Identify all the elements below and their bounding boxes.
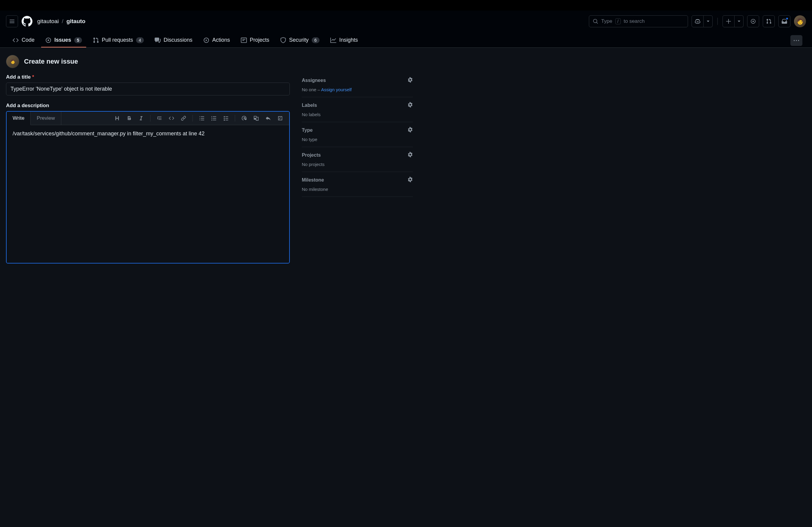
tab-actions[interactable]: Actions	[199, 33, 234, 47]
labels-none: No labels	[302, 112, 413, 117]
breadcrumb-separator: /	[62, 18, 63, 25]
type-gear-icon[interactable]	[407, 127, 413, 133]
reply-button[interactable]	[263, 113, 274, 124]
milestone-none: No milestone	[302, 187, 413, 192]
tab-insights-label: Insights	[339, 37, 358, 43]
labels-title: Labels	[302, 103, 317, 108]
chevron-down-icon	[706, 19, 711, 24]
bold-button[interactable]	[124, 113, 134, 124]
page-title: Create new issue	[24, 58, 78, 65]
tab-issues-label: Issues	[54, 37, 71, 43]
search-suffix: to search	[624, 18, 645, 24]
milestone-gear-icon[interactable]	[407, 177, 413, 183]
tab-issues[interactable]: Issues 5	[41, 33, 86, 47]
graph-icon	[330, 37, 336, 43]
assignees-title: Assignees	[302, 78, 326, 83]
kebab-icon	[794, 38, 799, 43]
tab-actions-label: Actions	[212, 37, 230, 43]
code-icon	[13, 37, 19, 43]
search-icon	[593, 19, 598, 24]
tab-security[interactable]: Security 6	[276, 33, 324, 47]
write-tab[interactable]: Write	[6, 112, 31, 125]
ordered-list-button[interactable]	[208, 113, 219, 124]
tab-discussions-label: Discussions	[164, 37, 192, 43]
create-new-button[interactable]	[723, 15, 735, 27]
tab-issues-count: 5	[74, 37, 82, 43]
github-logo-icon[interactable]	[21, 16, 32, 27]
projects-section: Projects No projects	[302, 147, 413, 172]
pull-requests-button[interactable]	[763, 15, 775, 27]
tab-projects[interactable]: Projects	[237, 33, 274, 47]
notifications-button[interactable]	[778, 15, 791, 27]
repo-link[interactable]: gitauto	[67, 18, 85, 25]
breadcrumb: gitautoai / gitauto	[37, 18, 85, 25]
tab-security-label: Security	[289, 37, 309, 43]
tab-insights[interactable]: Insights	[326, 33, 362, 47]
unordered-list-button[interactable]	[197, 113, 207, 124]
reference-button[interactable]	[251, 113, 262, 124]
issue-title-input[interactable]	[6, 82, 290, 95]
search-prefix: Type	[601, 18, 612, 24]
chevron-down-icon	[736, 19, 742, 24]
create-new-dropdown[interactable]	[735, 15, 743, 27]
title-label: Add a title *	[6, 74, 290, 80]
assign-yourself-link[interactable]: Assign yourself	[321, 87, 352, 92]
description-editor: Write Preview	[6, 111, 290, 264]
quote-button[interactable]	[154, 113, 165, 124]
tab-discussions[interactable]: Discussions	[150, 33, 197, 47]
projects-none: No projects	[302, 162, 413, 167]
issue-icon	[751, 19, 756, 24]
italic-button[interactable]	[136, 113, 147, 124]
tab-pull-requests[interactable]: Pull requests 4	[89, 33, 148, 47]
tab-projects-label: Projects	[250, 37, 270, 43]
task-list-button[interactable]	[220, 113, 231, 124]
link-button[interactable]	[178, 113, 189, 124]
discussion-icon	[155, 37, 161, 43]
tab-security-count: 6	[312, 37, 320, 43]
type-none: No type	[302, 137, 413, 142]
tab-pulls-label: Pull requests	[102, 37, 133, 43]
author-avatar[interactable]: 🧑	[6, 55, 19, 68]
milestone-section: Milestone No milestone	[302, 172, 413, 197]
assignees-none: No one –	[302, 87, 321, 92]
heading-button[interactable]	[112, 113, 122, 124]
labels-gear-icon[interactable]	[407, 102, 413, 108]
projects-gear-icon[interactable]	[407, 152, 413, 158]
slash-commands-button[interactable]	[275, 113, 286, 124]
milestone-title: Milestone	[302, 177, 324, 183]
plus-icon	[726, 19, 731, 24]
user-avatar[interactable]: 🧑	[794, 15, 806, 27]
menu-button[interactable]	[6, 15, 18, 27]
description-label: Add a description	[6, 103, 290, 109]
copilot-button[interactable]	[692, 15, 704, 27]
preview-tab[interactable]: Preview	[31, 112, 61, 125]
notification-indicator	[786, 17, 788, 20]
assignees-section: Assignees No one – Assign yourself	[302, 72, 413, 97]
tab-overflow-button[interactable]	[791, 35, 802, 46]
type-title: Type	[302, 127, 313, 133]
global-header: gitautoai / gitauto Type / to search	[0, 11, 812, 48]
issues-button[interactable]	[747, 15, 759, 27]
pull-request-icon	[766, 19, 771, 24]
labels-section: Labels No labels	[302, 97, 413, 122]
copilot-dropdown[interactable]	[704, 15, 713, 27]
shield-icon	[280, 37, 286, 43]
issue-icon	[45, 37, 52, 43]
description-textarea[interactable]: /var/task/services/github/comment_manage…	[13, 131, 283, 257]
tab-code-label: Code	[21, 37, 34, 43]
mention-button[interactable]	[239, 113, 249, 124]
repo-tabs: Code Issues 5 Pull requests 4 Discussion…	[6, 33, 806, 47]
projects-title: Projects	[302, 152, 321, 158]
code-button[interactable]	[166, 113, 177, 124]
tab-pulls-count: 4	[136, 37, 144, 43]
search-input[interactable]: Type / to search	[589, 15, 688, 27]
owner-link[interactable]: gitautoai	[37, 18, 59, 25]
search-slash-key: /	[615, 18, 621, 24]
play-icon	[203, 37, 209, 43]
pull-request-icon	[93, 37, 99, 43]
type-section: Type No type	[302, 122, 413, 147]
project-icon	[241, 37, 247, 43]
tab-code[interactable]: Code	[9, 33, 39, 47]
assignees-gear-icon[interactable]	[407, 77, 413, 84]
